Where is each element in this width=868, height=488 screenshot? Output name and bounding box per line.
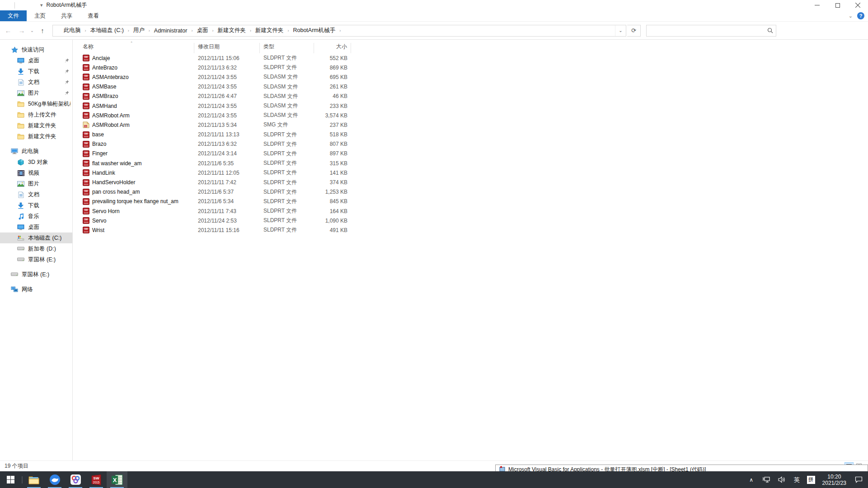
sidebar-item-桌面[interactable]: 桌面 <box>0 222 72 232</box>
breadcrumb-item[interactable]: Administrator <box>150 25 191 36</box>
sidebar-item-图片[interactable]: 图片 <box>0 88 72 98</box>
breadcrumb-item[interactable]: RobotArm机械手 <box>289 25 339 36</box>
ribbon-tab-共享[interactable]: 共享 <box>53 10 80 21</box>
expand-ribbon-icon[interactable]: ⌄ <box>849 13 853 19</box>
vba-window-titlebar[interactable]: Microsoft Visual Basic for Applications … <box>495 465 868 471</box>
breadcrumb-separator-icon[interactable]: › <box>339 28 341 33</box>
maximize-button[interactable] <box>827 0 848 10</box>
column-header-date[interactable]: 修改日期 <box>194 43 260 53</box>
file-row[interactable]: SW2015ASMAntebrazo2012/11/24 3:55SLDASM … <box>79 72 868 82</box>
file-row[interactable]: SW2015Wrist2012/11/11 15:16SLDPRT 文件491 … <box>79 225 868 235</box>
column-header-name[interactable]: 名称 <box>79 43 194 53</box>
solidworks-file-icon: SW2015 <box>83 112 89 119</box>
ribbon-tab-主页[interactable]: 主页 <box>27 10 53 21</box>
folder-icon[interactable] <box>29 1 38 9</box>
column-header-size[interactable]: 大小 <box>314 43 351 53</box>
refresh-icon[interactable]: ⟳ <box>627 25 641 37</box>
sidebar-item-50Kg单轴桁架机械[interactable]: 50Kg单轴桁架机械 <box>0 98 72 109</box>
sidebar-item-本地磁盘 (C:)[interactable]: 本地磁盘 (C:) <box>0 232 72 243</box>
sidebar-item-桌面[interactable]: 桌面 <box>0 55 72 66</box>
svg-text:2015: 2015 <box>84 107 89 109</box>
file-row[interactable]: SW2015ASMBase2012/11/24 3:55SLDASM 文件261… <box>79 82 868 92</box>
sidebar-item-3D 对象[interactable]: 3D 对象 <box>0 157 72 167</box>
forward-button[interactable]: → <box>15 25 28 37</box>
file-row[interactable]: SW2015AnteBrazo2012/11/13 6:32SLDPRT 文件8… <box>79 63 868 72</box>
sidebar-item-视频[interactable]: 视频 <box>0 167 72 178</box>
sidebar-item-新加卷 (D:)[interactable]: 新加卷 (D:) <box>0 243 72 254</box>
file-row[interactable]: SW2015HandServoHolder2012/11/11 7:42SLDP… <box>79 177 868 187</box>
sidebar-item-下载[interactable]: 下载 <box>0 200 72 211</box>
hidden-icons-chevron-icon[interactable]: ∧ <box>745 471 758 488</box>
file-name-cell: SW2015ASMBase <box>79 84 194 90</box>
file-row[interactable]: SW2015Finger2012/11/24 3:14SLDPRT 文件897 … <box>79 149 868 158</box>
search-input[interactable] <box>647 25 764 36</box>
file-date-cell: 2012/11/13 5:34 <box>194 122 260 128</box>
ribbon-tab-文件[interactable]: 文件 <box>0 10 27 21</box>
back-button[interactable]: ← <box>2 25 14 37</box>
address-box[interactable]: 此电脑›本地磁盘 (C:)›用户›Administrator›桌面›新建文件夹›… <box>52 25 626 37</box>
sidebar-item-新建文件夹[interactable]: 新建文件夹 <box>0 131 72 142</box>
check-properties-icon[interactable] <box>19 1 27 9</box>
svg-text:2015: 2015 <box>84 78 89 80</box>
taskbar-app-solidworks-app-icon[interactable]: SW2015 <box>86 471 107 488</box>
ribbon-tab-查看[interactable]: 查看 <box>80 10 107 21</box>
file-row[interactable]: SW2015base2012/11/11 13:13SLDPRT 文件518 K… <box>79 130 868 139</box>
breadcrumb-item[interactable]: 此电脑 <box>60 25 84 36</box>
sidebar-item-覃国林 (E:)[interactable]: 覃国林 (E:) <box>0 254 72 265</box>
file-type-cell: SLDPRT 文件 <box>260 226 314 234</box>
file-row[interactable]: SWASMRobot Arm2012/11/13 5:34SMG 文件237 K… <box>79 120 868 130</box>
file-row[interactable]: SW2015pan cross head_am2012/11/6 5:37SLD… <box>79 187 868 197</box>
sidebar-item-音乐[interactable]: 音乐 <box>0 211 72 222</box>
file-row[interactable]: SW2015Brazo2012/11/13 6:32SLDPRT 文件807 K… <box>79 139 868 149</box>
column-header-type[interactable]: 类型 <box>260 43 314 53</box>
volume-icon[interactable] <box>775 471 789 488</box>
file-row[interactable]: SW2015flat washer wide_am2012/11/6 5:35S… <box>79 158 868 168</box>
sidebar-item-下载[interactable]: 下载 <box>0 66 72 77</box>
language-indicator[interactable]: 英 <box>791 476 803 484</box>
network-icon[interactable] <box>760 471 774 488</box>
recent-locations-icon[interactable]: ⌄ <box>29 28 35 33</box>
up-button[interactable]: ↑ <box>36 25 49 37</box>
file-row[interactable]: SW2015ASMBrazo2012/11/26 4:47SLDASM 文件46… <box>79 92 868 101</box>
breadcrumb-item[interactable]: 桌面 <box>193 25 211 36</box>
file-row[interactable]: SW2015prevailing torque hex flange nut_a… <box>79 197 868 206</box>
file-row[interactable]: SW2015Servo Horn2012/11/11 7:43SLDPRT 文件… <box>79 206 868 216</box>
start-button[interactable] <box>0 471 21 488</box>
sidebar-item-待上传文件[interactable]: 待上传文件 <box>0 109 72 120</box>
sidebar-item-此电脑[interactable]: 此电脑 <box>0 146 72 157</box>
qat-dropdown-icon[interactable]: ▾ <box>40 2 43 8</box>
minimize-button[interactable] <box>807 0 827 10</box>
breadcrumb-item[interactable]: 本地磁盘 (C:) <box>87 25 127 36</box>
sidebar-item-文档[interactable]: 文档 <box>0 189 72 200</box>
sidebar-item-快速访问[interactable]: 快速访问 <box>0 44 72 55</box>
file-name: pan cross head_am <box>92 189 140 195</box>
ime-pinyin-icon[interactable]: 拼 <box>807 476 815 484</box>
search-icon[interactable] <box>764 28 776 33</box>
file-row[interactable]: SW2015ASMHand2012/11/24 3:55SLDASM 文件233… <box>79 101 868 111</box>
sidebar-item-label: 图片 <box>28 180 39 188</box>
sidebar-item-网络[interactable]: 网络 <box>0 284 72 295</box>
sidebar-item-图片[interactable]: 图片 <box>0 178 72 189</box>
clock[interactable]: 10:20 2021/2/23 <box>819 474 850 486</box>
help-icon[interactable]: ? <box>857 12 864 19</box>
sidebar-item-覃国林 (E:)[interactable]: 覃国林 (E:) <box>0 269 72 280</box>
file-row[interactable]: SW2015Anclaje2012/11/11 15:06SLDPRT 文件55… <box>79 53 868 63</box>
taskbar-app-excel-icon[interactable]: X <box>107 471 127 488</box>
breadcrumb-item[interactable]: 新建文件夹 <box>252 25 287 36</box>
sidebar-item-新建文件夹[interactable]: 新建文件夹 <box>0 120 72 131</box>
breadcrumb-item[interactable]: 用户 <box>130 25 148 36</box>
address-dropdown-icon[interactable]: ⌄ <box>615 25 626 36</box>
file-row[interactable]: SW2015ASMRobot Arm2012/11/24 3:55SLDASM … <box>79 111 868 120</box>
file-row[interactable]: SW2015Servo2012/11/24 2:53SLDPRT 文件1,090… <box>79 216 868 225</box>
action-center-icon[interactable] <box>852 471 865 488</box>
taskbar-app-file-explorer-icon[interactable] <box>23 471 44 488</box>
pin-icon <box>63 68 70 75</box>
close-button[interactable] <box>848 0 868 10</box>
file-size-cell: 315 KB <box>314 160 351 167</box>
taskbar-app-circles-app-icon[interactable] <box>65 471 86 488</box>
svg-text:SW: SW <box>84 65 88 68</box>
breadcrumb-item[interactable]: 新建文件夹 <box>214 25 249 36</box>
file-row[interactable]: SW2015HandLink2012/11/11 12:05SLDPRT 文件1… <box>79 168 868 177</box>
taskbar-app-qq-browser-icon[interactable] <box>44 471 65 488</box>
sidebar-item-文档[interactable]: 文档 <box>0 77 72 88</box>
